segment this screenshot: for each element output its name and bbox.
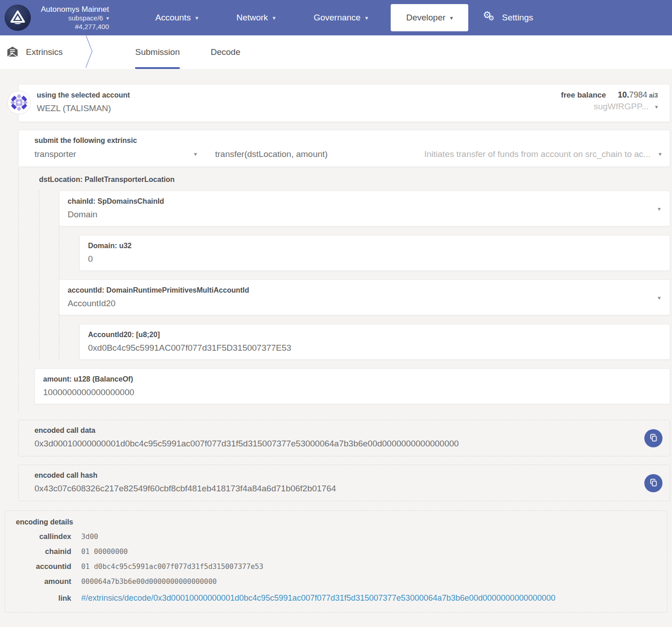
- encoding-detail-row: chainid 01 00000000: [16, 546, 656, 557]
- pallet-select[interactable]: transporter ▾: [34, 148, 197, 160]
- param-accountid20-input[interactable]: AccountId20: [u8;20] 0xd0Bc4c95c5991AC00…: [79, 324, 670, 360]
- encoding-detail-row: accountid 01 d0bc4c95c5991ac007f077d31f5…: [16, 561, 656, 572]
- free-balance-unit: ai3: [649, 92, 658, 99]
- chevron-down-icon: ▾: [657, 294, 661, 301]
- param-chainid-select[interactable]: chainId: SpDomainsChainId Domain ▾: [59, 191, 670, 226]
- chevron-down-icon: ▾: [365, 15, 368, 21]
- free-balance-frac: 7984: [629, 90, 647, 99]
- encoding-details-box: encoding details callindex 3d00 chainid …: [5, 510, 667, 612]
- chevron-down-icon: ▾: [273, 15, 276, 21]
- page-title: Extrinsics: [26, 47, 63, 57]
- copy-call-hash-button[interactable]: [644, 474, 662, 492]
- detail-value-amount: 000064a7b3b6e00d0000000000000000: [81, 577, 217, 587]
- chainid-children: Domain: u32 0: [59, 226, 670, 279]
- main-menu: Accounts ▾ Network ▾ Governance ▾ Develo…: [136, 0, 552, 35]
- encoding-detail-row: link #/extrinsics/decode/0x3d00010000000…: [16, 593, 656, 603]
- dstlocation-children: chainId: SpDomainsChainId Domain ▾ Domai…: [39, 191, 670, 360]
- param-accountid20-label: AccountId20: [u8;20]: [88, 330, 662, 339]
- chevron-down-icon[interactable]: ▾: [655, 103, 658, 110]
- chevron-down-icon: ▾: [657, 205, 661, 212]
- param-dstlocation-label: dstLocation: PalletTransporterLocation: [39, 175, 670, 184]
- param-domain-label: Domain: u32: [88, 241, 662, 250]
- encoding-detail-row: amount 000064a7b3b6e00d0000000000000000: [16, 576, 656, 587]
- detail-key-link: link: [16, 593, 71, 603]
- chevron-down-icon: ▾: [450, 15, 453, 21]
- detail-key-callindex: callindex: [16, 531, 71, 541]
- best-block-number: #4,277,400: [75, 23, 109, 31]
- menu-accounts[interactable]: Accounts ▾: [136, 0, 217, 35]
- tab-bar: Extrinsics Submission Decode: [0, 35, 672, 69]
- encoding-details-label: encoding details: [16, 517, 656, 527]
- extrinsic-section-label: submit the following extrinsic: [34, 136, 662, 145]
- pallet-name: transporter: [34, 148, 76, 160]
- param-amount-label: amount: u128 (BalanceOf): [43, 374, 662, 384]
- method-select[interactable]: transfer(dstLocation, amount) Initiates …: [197, 148, 662, 160]
- top-navbar: Autonomys Mainnet subspace/6 ▾ #4,277,40…: [0, 0, 672, 35]
- extrinsic-params: dstLocation: PalletTransporterLocation c…: [18, 168, 670, 412]
- param-chainid-value: Domain: [68, 208, 662, 220]
- chain-info[interactable]: Autonomys Mainnet subspace/6 ▾ #4,277,40…: [41, 5, 109, 31]
- encoded-call-data-label: encoded call data: [34, 426, 638, 435]
- detail-key-accountid: accountid: [16, 561, 71, 571]
- encoding-detail-row: callindex 3d00: [16, 531, 656, 542]
- param-chainid-label: chainId: SpDomainsChainId: [68, 196, 662, 206]
- tab-submission[interactable]: Submission: [120, 35, 195, 69]
- copy-call-data-button[interactable]: [644, 429, 662, 447]
- method-name: transfer(dstLocation, amount): [215, 148, 328, 160]
- detail-value-accountid: 01 d0bc4c95c5991ac007f077d31f5d315007377…: [81, 562, 263, 572]
- param-domain-value: 0: [88, 253, 662, 265]
- free-balance-label: free balance: [561, 91, 606, 99]
- breadcrumb-chevron-icon: [84, 34, 93, 70]
- menu-settings[interactable]: ⚙⚙ Settings: [472, 0, 552, 35]
- autonomys-logo-icon: [5, 5, 31, 31]
- encoded-call-data-value: 0x3d00010000000001d0bc4c95c5991ac007f077…: [34, 437, 638, 450]
- copy-icon: [649, 478, 658, 488]
- extrinsics-submission-page: using the selected account WEZL (TALISMA…: [0, 69, 672, 627]
- section-header: Extrinsics: [0, 35, 82, 69]
- menu-network[interactable]: Network ▾: [217, 0, 294, 35]
- autonomys-logo[interactable]: [0, 5, 35, 31]
- param-domain-input[interactable]: Domain: u32 0: [79, 235, 670, 271]
- chevron-down-icon: ▾: [106, 15, 109, 22]
- tab-decode[interactable]: Decode: [195, 35, 256, 69]
- detail-value-callindex: 3d00: [81, 532, 98, 542]
- param-accountid-value: AccountId20: [68, 297, 662, 309]
- runtime-version: subspace/6: [68, 14, 103, 23]
- param-amount-input[interactable]: amount: u128 (BalanceOf) 100000000000000…: [34, 368, 670, 404]
- copy-icon: [649, 433, 658, 443]
- menu-developer[interactable]: Developer ▾: [391, 4, 468, 31]
- account-selector-label: using the selected account: [37, 90, 130, 100]
- account-name: WEZL (TALISMAN): [37, 102, 130, 114]
- extrinsics-envelope-icon: [6, 45, 19, 59]
- account-identicon[interactable]: [7, 91, 31, 114]
- accountid-children: AccountId20: [u8;20] 0xd0Bc4c95c5991AC00…: [59, 315, 670, 360]
- chevron-down-icon: ▾: [195, 15, 198, 21]
- param-amount-value: 1000000000000000000: [43, 386, 662, 398]
- encoded-call-hash-label: encoded call hash: [34, 470, 638, 480]
- encoded-call-data-box: encoded call data 0x3d00010000000001d0bc…: [18, 420, 670, 456]
- param-accountid-select[interactable]: accountId: DomainRuntimePrimitivesMultiA…: [59, 279, 670, 315]
- chevron-down-icon: ▾: [658, 151, 662, 157]
- gear-icon: ⚙⚙: [483, 11, 496, 24]
- encoded-call-hash-box: encoded call hash 0x43c07c608326c217e825…: [18, 465, 670, 501]
- account-selector[interactable]: using the selected account WEZL (TALISMA…: [18, 84, 670, 122]
- decode-link[interactable]: #/extrinsics/decode/0x3d00010000000001d0…: [81, 593, 555, 603]
- menu-governance[interactable]: Governance ▾: [294, 0, 387, 35]
- param-accountid-label: accountId: DomainRuntimePrimitivesMultiA…: [68, 285, 662, 295]
- chain-name: Autonomys Mainnet: [41, 5, 109, 14]
- account-address-short: sugWfRGPP...: [594, 102, 648, 112]
- detail-key-chainid: chainid: [16, 546, 71, 556]
- extrinsic-section: submit the following extrinsic transport…: [18, 130, 670, 167]
- encoded-call-hash-value: 0x43c07c608326c217e82549f60cbf8cbf481eb4…: [34, 482, 638, 495]
- free-balance-int: 10.: [618, 90, 629, 99]
- detail-key-amount: amount: [16, 576, 71, 586]
- param-accountid20-value: 0xd0Bc4c95c5991AC007f077d31F5D315007377E…: [88, 342, 662, 354]
- detail-value-chainid: 01 00000000: [81, 547, 128, 557]
- method-description: Initiates transfer of funds from account…: [424, 149, 650, 159]
- tabs: Submission Decode: [120, 35, 256, 69]
